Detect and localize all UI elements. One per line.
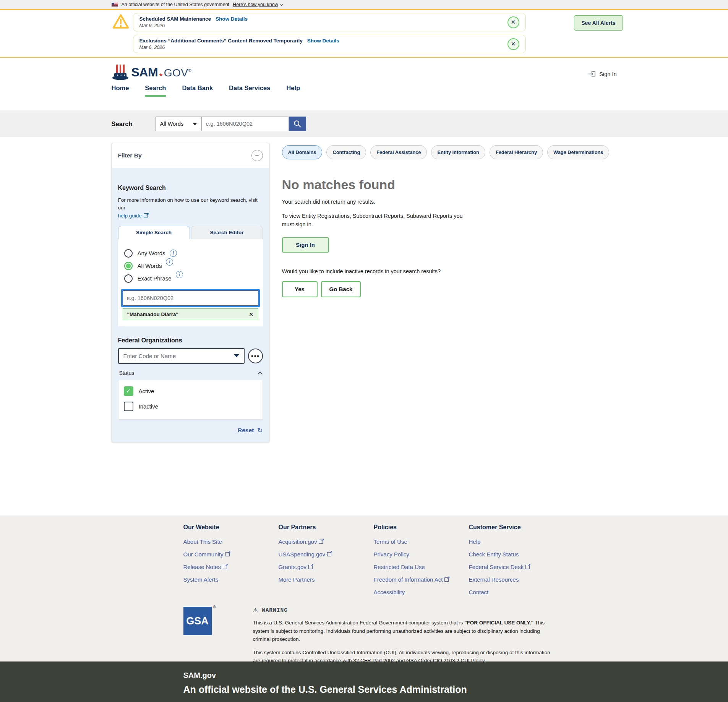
checkbox-active[interactable]: ✓ <box>124 386 133 396</box>
status-options: ✓ Active Inactive <box>118 380 263 420</box>
footer-link-accessibility[interactable]: Accessibility <box>374 589 469 595</box>
nav-item-help[interactable]: Help <box>286 84 300 97</box>
footer-link-grants-gov[interactable]: Grants.gov <box>279 564 374 570</box>
info-icon[interactable]: i <box>176 271 183 278</box>
info-icon[interactable]: i <box>170 250 177 257</box>
federal-organizations-placeholder: Enter Code or Name <box>123 353 176 359</box>
global-search-input[interactable] <box>202 117 289 131</box>
footer-link-contact[interactable]: Contact <box>469 589 564 595</box>
close-icon: ✕ <box>511 41 516 47</box>
footer-column-policies: Policies Terms of Use Privacy Policy Res… <box>374 524 469 601</box>
footer-link-federal-service-desk[interactable]: Federal Service Desk <box>469 564 564 570</box>
filter-panel: Filter By − Keyword Search For more info… <box>112 143 269 442</box>
nav-item-home[interactable]: Home <box>112 84 129 97</box>
alert-close-button[interactable]: ✕ <box>507 16 519 28</box>
radio-exact-phrase[interactable] <box>124 274 133 283</box>
external-link-icon <box>525 564 530 569</box>
footer-link-label: Check Entity Status <box>469 551 519 558</box>
tab-search-editor[interactable]: Search Editor <box>191 226 263 239</box>
see-all-alerts-button[interactable]: See All Alerts <box>574 15 623 31</box>
federal-organizations-select[interactable]: Enter Code or Name <box>118 348 245 364</box>
radio-any-words-label: Any Words <box>138 250 165 256</box>
external-link-icon <box>444 577 449 582</box>
footer-link-foia[interactable]: Freedom of Information Act <box>374 576 469 583</box>
more-options-button[interactable]: ●●● <box>248 349 263 363</box>
tab-simple-search[interactable]: Simple Search <box>118 226 190 239</box>
footer-link-our-community[interactable]: Our Community <box>183 551 279 558</box>
footer-link-label: Help <box>469 538 481 545</box>
footer-link-terms-of-use[interactable]: Terms of Use <box>374 538 469 545</box>
pill-all-domains[interactable]: All Domains <box>282 145 323 159</box>
footer-link-acquisition-gov[interactable]: Acquisition.gov <box>279 538 374 545</box>
go-back-button[interactable]: Go Back <box>321 281 361 297</box>
checkbox-inactive[interactable] <box>124 402 133 411</box>
registered-mark: ® <box>188 68 191 73</box>
status-accordion-toggle[interactable]: Status <box>118 370 263 376</box>
yes-button[interactable]: Yes <box>282 281 318 297</box>
footer-link-system-alerts[interactable]: System Alerts <box>183 576 279 583</box>
footer-link-privacy-policy[interactable]: Privacy Policy <box>374 551 469 558</box>
search-type-select[interactable]: All Words <box>156 117 202 131</box>
collapse-filters-button[interactable]: − <box>251 150 263 161</box>
sign-in-button[interactable]: Sign In <box>282 237 329 253</box>
check-icon: ✓ <box>126 387 131 394</box>
pill-federal-assistance[interactable]: Federal Assistance <box>370 145 427 159</box>
alert-banner: Exclusions “Additional Comments” Content… <box>112 35 617 53</box>
us-flag-icon <box>112 3 118 7</box>
alert-show-details-link[interactable]: Show Details <box>307 38 339 44</box>
footer-link-more-partners[interactable]: More Partners <box>279 576 374 583</box>
footer-link-label: Contact <box>469 589 489 595</box>
radio-all-words[interactable] <box>124 262 133 270</box>
checkbox-inactive-label: Inactive <box>139 403 159 410</box>
footer-link-restricted-data-use[interactable]: Restricted Data Use <box>374 564 469 570</box>
pill-contracting[interactable]: Contracting <box>326 145 366 159</box>
footer-link-check-entity-status[interactable]: Check Entity Status <box>469 551 564 558</box>
domain-filter-pills: All Domains Contracting Federal Assistan… <box>282 145 617 159</box>
search-band: Search All Words <box>0 110 728 137</box>
chevron-down-icon <box>279 2 282 5</box>
pill-wage-determinations[interactable]: Wage Determinations <box>547 145 609 159</box>
keyword-search-input[interactable] <box>123 290 258 306</box>
alert-close-button[interactable]: ✕ <box>507 38 519 50</box>
help-guide-link[interactable]: help guide <box>118 213 149 219</box>
alert-show-details-link[interactable]: Show Details <box>216 16 248 22</box>
nav-item-search[interactable]: Search <box>145 84 166 97</box>
warning-text-bold: "FOR OFFICIAL USE ONLY." <box>464 620 533 626</box>
pill-entity-information[interactable]: Entity Information <box>431 145 485 159</box>
gov-banner-how-link[interactable]: Here’s how you know <box>233 2 282 7</box>
uncle-sam-hat-icon: ★ ★ ★ <box>112 64 129 81</box>
footer-link-usaspending-gov[interactable]: USASpending.gov <box>279 551 374 558</box>
footer-heading: Policies <box>374 524 469 531</box>
info-icon[interactable]: i <box>166 258 173 266</box>
search-submit-button[interactable] <box>289 117 306 131</box>
radio-any-words[interactable] <box>124 249 133 258</box>
warning-paragraph-1: This is a U.S. General Services Administ… <box>253 619 559 644</box>
include-inactive-question: Would you like to include inactive recor… <box>282 268 617 274</box>
footer-heading: Our Partners <box>279 524 374 531</box>
pill-federal-hierarchy[interactable]: Federal Hierarchy <box>490 145 543 159</box>
footer-link-about-this-site[interactable]: About This Site <box>183 538 279 545</box>
footer-heading: Customer Service <box>469 524 564 531</box>
reset-filters-button[interactable]: Reset ↻ <box>118 426 263 434</box>
alert-card: Scheduled SAM Maintenance Show Details M… <box>133 13 526 31</box>
alert-banner: Scheduled SAM Maintenance Show Details M… <box>112 13 617 31</box>
footer-link-release-notes[interactable]: Release Notes <box>183 564 279 570</box>
footer-link-external-resources[interactable]: External Resources <box>469 576 564 583</box>
external-link-icon <box>319 539 324 544</box>
sign-in-link[interactable]: Sign In <box>588 71 616 77</box>
keyword-tag-remove-button[interactable]: ✕ <box>249 311 254 317</box>
nav-item-data-services[interactable]: Data Services <box>229 84 270 97</box>
select-caret-icon <box>193 123 197 125</box>
footer-link-help[interactable]: Help <box>469 538 564 545</box>
footer-heading: Our Website <box>183 524 279 531</box>
gsa-logo: GSA ® <box>183 607 212 635</box>
footer-column-our-website: Our Website About This Site Our Communit… <box>183 524 279 601</box>
keyword-tag-value: "Mahamadou Diarra" <box>127 311 178 317</box>
footer-column-our-partners: Our Partners Acquisition.gov USASpending… <box>279 524 374 601</box>
sign-in-label: Sign In <box>599 71 616 77</box>
sam-gov-logo[interactable]: ★ ★ ★ SAM ★ GOV ® <box>112 64 191 81</box>
nav-item-data-bank[interactable]: Data Bank <box>182 84 213 97</box>
warning-triangle-icon <box>112 14 129 31</box>
reset-label: Reset <box>238 427 254 434</box>
main-nav: Home Search Data Bank Data Services Help <box>112 84 617 97</box>
